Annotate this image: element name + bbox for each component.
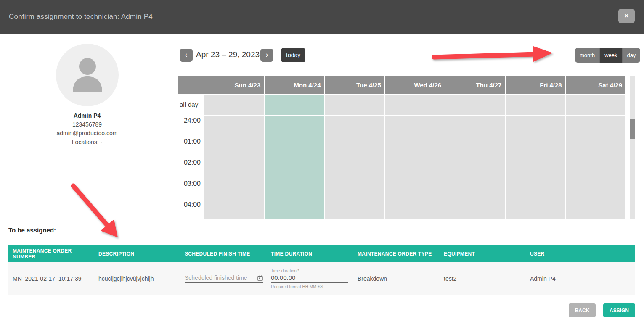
technician-phone: 123456789 <box>24 120 150 129</box>
cell-equipment: test2 <box>440 275 526 282</box>
calendar-day-header: Sat 4/29 <box>566 76 625 94</box>
cell-description: hcucljgcjlhjcvůjvjchljh <box>94 275 180 282</box>
assign-button[interactable]: ASSIGN <box>603 303 635 317</box>
calendar-slot[interactable] <box>566 179 625 200</box>
calendar-day-header: Tue 4/25 <box>325 76 384 94</box>
calendar-day-header: Sun 4/23 <box>204 76 264 94</box>
scheduled-finish-placeholder: Scheduled finished time <box>185 274 247 281</box>
view-button-month[interactable]: month <box>575 48 599 63</box>
calendar-slot[interactable] <box>265 116 324 137</box>
calendar-slot[interactable] <box>265 158 324 179</box>
calendar-slot[interactable] <box>506 179 565 200</box>
calendar-hour-row: 01:00 <box>178 137 625 158</box>
all-day-cell[interactable] <box>204 95 264 115</box>
calendar-picker-icon[interactable] <box>257 275 263 281</box>
scrollbar-thumb[interactable] <box>630 119 635 139</box>
calendar-slot[interactable] <box>325 116 384 137</box>
chevron-left-icon: ‹ <box>185 50 188 59</box>
next-week-button[interactable]: › <box>260 49 273 62</box>
time-label: 02:00 <box>178 158 204 179</box>
cell-order-type: Breakdown <box>353 275 440 282</box>
calendar-hour-row: 24:00 <box>178 116 625 137</box>
table-column-header: SCHEDULED FINISH TIME <box>180 251 267 257</box>
time-duration-label: Time duration * <box>271 269 353 273</box>
annotation-arrow-table <box>63 179 130 244</box>
calendar-slot[interactable] <box>385 158 445 179</box>
calendar-slot[interactable] <box>506 158 565 179</box>
table-column-header: DESCRIPTION <box>94 251 180 257</box>
technician-email: admin@productoo.com <box>24 129 150 138</box>
calendar-day-header: Wed 4/26 <box>385 76 445 94</box>
time-label: 01:00 <box>178 137 204 158</box>
all-day-cell[interactable] <box>506 95 565 115</box>
calendar-slot[interactable] <box>566 158 625 179</box>
calendar-header-row: Sun 4/23Mon 4/24Tue 4/25Wed 4/26Thu 4/27… <box>178 76 625 94</box>
calendar-slot[interactable] <box>566 200 625 219</box>
calendar-slot[interactable] <box>566 116 625 137</box>
view-button-day[interactable]: day <box>622 48 641 63</box>
calendar-slot[interactable] <box>566 137 625 158</box>
calendar-slot[interactable] <box>265 179 324 200</box>
calendar-slot[interactable] <box>506 116 565 137</box>
table-column-header: USER <box>526 251 635 257</box>
calendar-slot[interactable] <box>325 200 384 219</box>
calendar-slot[interactable] <box>445 137 505 158</box>
calendar-day-header: Mon 4/24 <box>265 76 324 94</box>
technician-name: Admin P4 <box>24 111 150 120</box>
all-day-cell[interactable] <box>445 95 505 115</box>
cell-scheduled-finish: Scheduled finished time <box>180 274 267 283</box>
calendar-slot[interactable] <box>385 137 445 158</box>
calendar-corner-cell <box>178 76 204 94</box>
close-button[interactable]: × <box>618 9 635 23</box>
time-label: 24:00 <box>178 116 204 137</box>
calendar-slot[interactable] <box>445 179 505 200</box>
calendar-slot[interactable] <box>325 179 384 200</box>
calendar-hour-row: 02:00 <box>178 158 625 179</box>
close-icon: × <box>625 12 628 19</box>
calendar-slot[interactable] <box>204 200 264 219</box>
all-day-cell[interactable] <box>265 95 324 115</box>
calendar-slot[interactable] <box>204 116 264 137</box>
view-switcher: monthweekday <box>575 48 640 63</box>
today-button[interactable]: today <box>281 48 305 62</box>
all-day-row: all-day <box>178 95 625 115</box>
table-column-header: TIME DURATION <box>267 251 353 257</box>
calendar-slot[interactable] <box>204 158 264 179</box>
back-button[interactable]: BACK <box>569 303 596 317</box>
calendar-slot[interactable] <box>506 200 565 219</box>
assignment-table-row: MN_2021-02-17_10:17:39 hcucljgcjlhjcvůjv… <box>8 262 635 295</box>
calendar-slot[interactable] <box>325 158 384 179</box>
calendar-slot[interactable] <box>204 179 264 200</box>
assignment-table-header: MAINTENANCE ORDER NUMBERDESCRIPTIONSCHED… <box>8 245 635 262</box>
calendar-scrollbar[interactable] <box>630 76 635 219</box>
scheduled-finish-input[interactable]: Scheduled finished time <box>185 274 263 283</box>
calendar-slot[interactable] <box>265 200 324 219</box>
prev-week-button[interactable]: ‹ <box>180 49 193 62</box>
calendar-slot[interactable] <box>506 137 565 158</box>
calendar-hour-row: 04:00 <box>178 200 625 219</box>
calendar-slot[interactable] <box>265 137 324 158</box>
table-column-header: EQUIPMENT <box>440 251 526 257</box>
calendar-slot[interactable] <box>325 137 384 158</box>
calendar-date-range: Apr 23 – 29, 2023 <box>196 50 260 59</box>
cell-time-duration: Time duration * 00:00:00 Required format… <box>267 269 353 289</box>
all-day-cell[interactable] <box>325 95 384 115</box>
time-label: 03:00 <box>178 179 204 200</box>
calendar-slot[interactable] <box>385 116 445 137</box>
calendar-slot[interactable] <box>385 179 445 200</box>
chevron-right-icon: › <box>266 50 268 59</box>
table-column-header: MAINTENANCE ORDER TYPE <box>353 251 440 257</box>
calendar-slot[interactable] <box>445 158 505 179</box>
calendar-hour-row: 03:00 <box>178 179 625 200</box>
calendar-slot[interactable] <box>385 200 445 219</box>
calendar-slot[interactable] <box>204 137 264 158</box>
all-day-cell[interactable] <box>566 95 625 115</box>
view-button-week[interactable]: week <box>599 48 622 63</box>
time-duration-input[interactable]: 00:00:00 <box>271 274 348 283</box>
calendar-day-header: Fri 4/28 <box>506 76 565 94</box>
all-day-cell[interactable] <box>385 95 445 115</box>
cell-user: Admin P4 <box>526 275 635 282</box>
calendar-slot[interactable] <box>445 200 505 219</box>
technician-avatar <box>56 44 119 106</box>
calendar-slot[interactable] <box>445 116 505 137</box>
